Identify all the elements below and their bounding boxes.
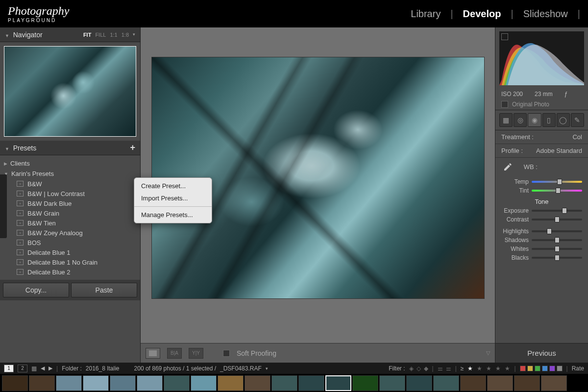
- filmstrip-thumbnail[interactable]: [191, 375, 217, 391]
- add-preset-button[interactable]: +: [130, 143, 135, 153]
- exposure-slider[interactable]: [532, 210, 582, 212]
- manage-presets-item[interactable]: Manage Presets...: [134, 209, 212, 221]
- paste-button[interactable]: Paste: [71, 283, 137, 297]
- flag-rejected-icon[interactable]: ◆: [424, 365, 428, 372]
- star-4[interactable]: ★: [495, 365, 501, 372]
- module-library[interactable]: Library: [401, 8, 450, 20]
- page-2-button[interactable]: 2: [18, 365, 27, 372]
- filmstrip-thumbnail[interactable]: [164, 375, 190, 391]
- zoom-dropdown-icon[interactable]: ▾: [133, 32, 135, 38]
- histogram[interactable]: [499, 31, 584, 85]
- filmstrip-thumbnail[interactable]: [29, 375, 55, 391]
- preset-item[interactable]: ≡B&W Grain: [4, 208, 136, 218]
- filmstrip-thumbnail[interactable]: [325, 375, 351, 391]
- rating-gte[interactable]: ≥: [461, 365, 464, 372]
- panel-collapse-handle[interactable]: [0, 174, 7, 238]
- copy-button[interactable]: Copy...: [3, 283, 69, 297]
- soft-proofing-checkbox[interactable]: [223, 350, 230, 357]
- slider-icon[interactable]: ⚌: [446, 365, 451, 372]
- filmstrip-thumbnail[interactable]: [2, 375, 28, 391]
- color-chip[interactable]: [557, 366, 563, 371]
- filmstrip-thumbnail[interactable]: [56, 375, 82, 391]
- filmstrip-thumbnail[interactable]: [379, 375, 405, 391]
- filmstrip-thumbnail[interactable]: [352, 375, 378, 391]
- filmstrip-thumbnail[interactable]: [137, 375, 163, 391]
- contrast-slider[interactable]: [532, 219, 582, 220]
- star-1[interactable]: ★: [467, 365, 473, 372]
- star-5[interactable]: ★: [505, 365, 510, 372]
- preset-item[interactable]: ≡Delicate Blue 2: [4, 267, 136, 277]
- presets-header[interactable]: ▼ Presets +: [0, 141, 140, 155]
- import-presets-item[interactable]: Import Presets...: [134, 192, 212, 204]
- filmstrip-thumbnail[interactable]: [245, 375, 270, 391]
- flag-picked-icon[interactable]: ◈: [409, 365, 414, 372]
- original-checkbox[interactable]: [501, 101, 508, 108]
- next-icon[interactable]: ▶: [49, 365, 52, 371]
- slider-icon[interactable]: ⚌: [438, 365, 443, 372]
- gradient-tool[interactable]: ▯: [542, 113, 556, 127]
- radial-tool[interactable]: ◯: [557, 113, 570, 127]
- filmstrip-thumbnail[interactable]: [83, 375, 109, 391]
- preset-item[interactable]: ≡BOS: [4, 238, 136, 247]
- star-3[interactable]: ★: [486, 365, 491, 372]
- rate-label[interactable]: Rate: [572, 365, 584, 372]
- filmstrip-thumbnail[interactable]: [487, 375, 513, 391]
- filmstrip-thumbnail[interactable]: [110, 375, 136, 391]
- shadow-clipping-toggle[interactable]: [501, 33, 508, 40]
- color-chip[interactable]: [535, 366, 540, 371]
- filmstrip[interactable]: [0, 374, 588, 392]
- filmstrip-thumbnail[interactable]: [514, 375, 540, 391]
- filmstrip-thumbnail[interactable]: [460, 375, 486, 391]
- zoom-fit[interactable]: FIT: [83, 32, 92, 38]
- treatment-value[interactable]: Col: [572, 133, 582, 141]
- module-slideshow[interactable]: Slideshow: [514, 8, 578, 20]
- preset-folder-karins[interactable]: ▼ Karin's Presets: [4, 169, 136, 179]
- preset-item[interactable]: ≡B&W: [4, 179, 136, 189]
- filmstrip-thumbnail[interactable]: [541, 375, 567, 391]
- color-chip[interactable]: [549, 366, 555, 371]
- whites-slider[interactable]: [532, 248, 582, 250]
- folder-name[interactable]: 2016_8 Italie: [86, 365, 120, 372]
- filename-dropdown-icon[interactable]: ▾: [266, 366, 268, 371]
- module-develop[interactable]: Develop: [453, 8, 511, 20]
- navigator-thumbnail[interactable]: [4, 46, 136, 137]
- loupe-view-button[interactable]: [146, 348, 160, 359]
- crop-tool[interactable]: ▦: [499, 113, 513, 127]
- preset-item[interactable]: ≡B&W Zoey Analoog: [4, 228, 136, 238]
- preset-item[interactable]: ≡Delicate Blue 1: [4, 247, 136, 257]
- compare-view-button[interactable]: Y|Y: [189, 348, 203, 359]
- preset-item[interactable]: ≡B&W Tien: [4, 218, 136, 228]
- preset-item[interactable]: ≡B&W | Low Contrast: [4, 189, 136, 198]
- profile-value[interactable]: Adobe Standard: [536, 147, 582, 154]
- flag-unflagged-icon[interactable]: ◇: [416, 365, 421, 372]
- zoom-fill[interactable]: FILL: [95, 32, 106, 38]
- prev-icon[interactable]: ◀: [41, 365, 45, 371]
- zoom-1-1[interactable]: 1:1: [110, 32, 117, 38]
- page-1-button[interactable]: 1: [4, 365, 14, 372]
- create-preset-item[interactable]: Create Preset...: [134, 180, 212, 192]
- color-chip[interactable]: [542, 366, 548, 371]
- previous-button[interactable]: Previous: [495, 343, 588, 363]
- color-chip[interactable]: [527, 366, 533, 371]
- original-photo-row[interactable]: Original Photo: [495, 99, 588, 110]
- grid-icon[interactable]: ▦: [31, 365, 37, 372]
- navigator-header[interactable]: ▼ Navigator FIT FILL 1:1 1:8 ▾: [0, 27, 140, 42]
- star-2[interactable]: ★: [477, 365, 482, 372]
- highlights-slider[interactable]: [532, 230, 582, 232]
- filmstrip-thumbnail[interactable]: [218, 375, 244, 391]
- filmstrip-thumbnail[interactable]: [406, 375, 432, 391]
- temp-slider[interactable]: [532, 181, 582, 183]
- blacks-slider[interactable]: [532, 257, 582, 259]
- filmstrip-thumbnail[interactable]: [298, 375, 324, 391]
- color-chip[interactable]: [520, 366, 526, 371]
- preset-item[interactable]: ≡Delicate Blue 1 No Grain: [4, 257, 136, 267]
- before-after-button[interactable]: B|A: [167, 348, 182, 359]
- zoom-1-8[interactable]: 1:8: [122, 32, 129, 38]
- shadows-slider[interactable]: [532, 239, 582, 241]
- filmstrip-thumbnail[interactable]: [271, 375, 297, 391]
- eyedropper-icon[interactable]: [501, 162, 513, 173]
- preset-item[interactable]: ≡B&W Dark Blue: [4, 198, 136, 208]
- toolbar-options-icon[interactable]: ▽: [486, 350, 490, 356]
- brush-tool[interactable]: ✎: [571, 113, 584, 127]
- redeye-tool[interactable]: ◉: [528, 113, 541, 127]
